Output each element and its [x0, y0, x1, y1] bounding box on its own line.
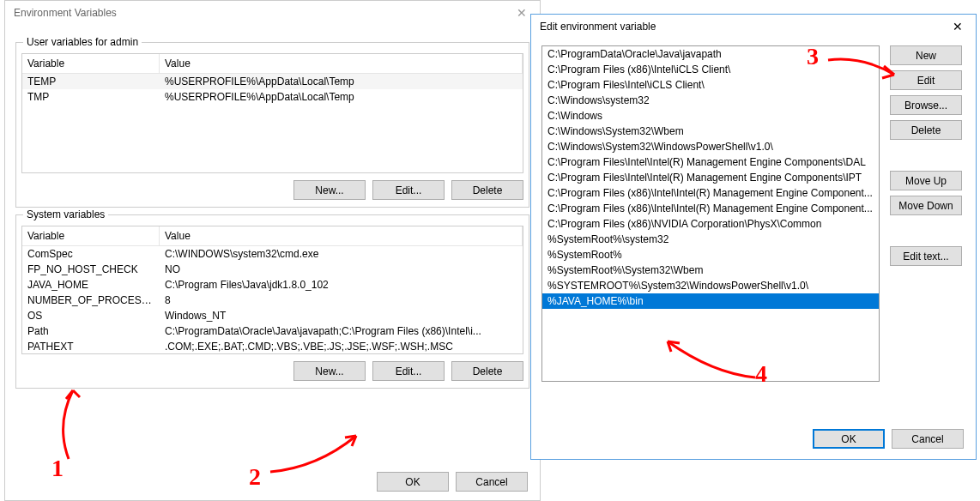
- list-item[interactable]: C:\Program Files (x86)\NVIDIA Corporatio…: [542, 216, 879, 232]
- list-item[interactable]: C:\Program Files\Intel\Intel(R) Manageme…: [542, 154, 879, 170]
- var-value: C:\ProgramData\Oracle\Java\javapath;C:\P…: [160, 323, 523, 339]
- list-item[interactable]: C:\Program Files\Intel\Intel(R) Manageme…: [542, 170, 879, 185]
- table-row[interactable]: TMP%USERPROFILE%\AppData\Local\Temp: [22, 89, 523, 105]
- var-value: %USERPROFILE%\AppData\Local\Temp: [160, 89, 523, 105]
- col-value[interactable]: Value: [160, 226, 523, 246]
- path-edittext-button[interactable]: Edit text...: [890, 246, 962, 266]
- user-vars-table[interactable]: Variable Value TEMP%USERPROFILE%\AppData…: [21, 53, 523, 173]
- close-icon[interactable]: ✕: [940, 15, 976, 39]
- user-vars-label: User variables for admin: [23, 36, 142, 48]
- env-titlebar: Environment Variables ✕: [5, 1, 540, 25]
- var-name: OS: [22, 308, 160, 323]
- table-row[interactable]: PathC:\ProgramData\Oracle\Java\javapath;…: [22, 323, 523, 339]
- path-new-button[interactable]: New: [890, 45, 962, 65]
- list-item[interactable]: %SystemRoot%: [542, 247, 879, 263]
- list-item[interactable]: C:\Windows\System32\Wbem: [542, 124, 879, 139]
- table-row[interactable]: PATHEXT.COM;.EXE;.BAT;.CMD;.VBS;.VBE;.JS…: [22, 339, 523, 354]
- env-title: Environment Variables: [14, 7, 117, 19]
- var-value: NO: [160, 262, 523, 277]
- env-cancel-button[interactable]: Cancel: [456, 472, 528, 492]
- user-delete-button[interactable]: Delete: [451, 180, 523, 200]
- user-new-button[interactable]: New...: [293, 180, 366, 200]
- path-delete-button[interactable]: Delete: [890, 120, 962, 140]
- col-value[interactable]: Value: [160, 54, 523, 74]
- edit-titlebar: Edit environment variable ✕: [531, 15, 976, 39]
- var-name: FP_NO_HOST_CHECK: [22, 262, 160, 277]
- env-ok-button[interactable]: OK: [377, 472, 449, 492]
- table-row[interactable]: FP_NO_HOST_CHECKNO: [22, 262, 523, 277]
- path-edit-button[interactable]: Edit: [890, 70, 962, 90]
- var-value: %USERPROFILE%\AppData\Local\Temp: [160, 74, 523, 89]
- sys-vars-label: System variables: [23, 208, 108, 220]
- list-item[interactable]: C:\ProgramData\Oracle\Java\javapath: [542, 46, 879, 62]
- list-item[interactable]: C:\Program Files (x86)\Intel\Intel(R) Ma…: [542, 185, 879, 201]
- list-item[interactable]: %SystemRoot%\System32\Wbem: [542, 263, 879, 278]
- path-list[interactable]: C:\ProgramData\Oracle\Java\javapathC:\Pr…: [541, 45, 880, 382]
- var-name: NUMBER_OF_PROCESSORS: [22, 293, 160, 308]
- var-value: C:\Program Files\Java\jdk1.8.0_102: [160, 277, 523, 293]
- sys-delete-button[interactable]: Delete: [451, 361, 523, 381]
- col-variable[interactable]: Variable: [22, 226, 160, 246]
- var-name: PATHEXT: [22, 339, 160, 354]
- list-item[interactable]: C:\Program Files\Intel\iCLS Client\: [542, 77, 879, 93]
- table-row[interactable]: TEMP%USERPROFILE%\AppData\Local\Temp: [22, 74, 523, 89]
- table-row[interactable]: OSWindows_NT: [22, 308, 523, 323]
- var-value: Windows_NT: [160, 308, 523, 323]
- var-value: 8: [160, 293, 523, 308]
- var-name: JAVA_HOME: [22, 277, 160, 293]
- path-moveup-button[interactable]: Move Up: [890, 171, 962, 190]
- edit-cancel-button[interactable]: Cancel: [892, 429, 964, 449]
- list-item[interactable]: C:\Windows: [542, 108, 879, 124]
- col-variable[interactable]: Variable: [22, 54, 160, 74]
- edit-ok-button[interactable]: OK: [813, 429, 885, 449]
- list-item[interactable]: %SystemRoot%\system32: [542, 232, 879, 247]
- var-name: Path: [22, 323, 160, 339]
- table-row[interactable]: NUMBER_OF_PROCESSORS8: [22, 293, 523, 308]
- user-edit-button[interactable]: Edit...: [372, 180, 445, 200]
- var-value: .COM;.EXE;.BAT;.CMD;.VBS;.VBE;.JS;.JSE;.…: [160, 339, 523, 354]
- var-name: TEMP: [22, 74, 160, 89]
- path-movedown-button[interactable]: Move Down: [890, 196, 962, 215]
- sys-vars-table[interactable]: Variable Value ComSpecC:\WINDOWS\system3…: [21, 226, 523, 354]
- list-item[interactable]: C:\Program Files (x86)\Intel\Intel(R) Ma…: [542, 201, 879, 216]
- list-item[interactable]: C:\Program Files (x86)\Intel\iCLS Client…: [542, 62, 879, 77]
- var-name: ComSpec: [22, 246, 160, 262]
- table-row[interactable]: ComSpecC:\WINDOWS\system32\cmd.exe: [22, 246, 523, 262]
- path-browse-button[interactable]: Browse...: [890, 95, 962, 115]
- var-value: C:\WINDOWS\system32\cmd.exe: [160, 246, 523, 262]
- list-item[interactable]: %SYSTEMROOT%\System32\WindowsPowerShell\…: [542, 278, 879, 293]
- list-item[interactable]: C:\Windows\system32: [542, 93, 879, 108]
- list-item[interactable]: C:\Windows\System32\WindowsPowerShell\v1…: [542, 139, 879, 154]
- table-row[interactable]: JAVA_HOMEC:\Program Files\Java\jdk1.8.0_…: [22, 277, 523, 293]
- sys-edit-button[interactable]: Edit...: [372, 361, 445, 381]
- list-item[interactable]: %JAVA_HOME%\bin: [542, 293, 879, 309]
- sys-new-button[interactable]: New...: [293, 361, 366, 381]
- edit-title: Edit environment variable: [540, 21, 656, 33]
- var-name: TMP: [22, 89, 160, 105]
